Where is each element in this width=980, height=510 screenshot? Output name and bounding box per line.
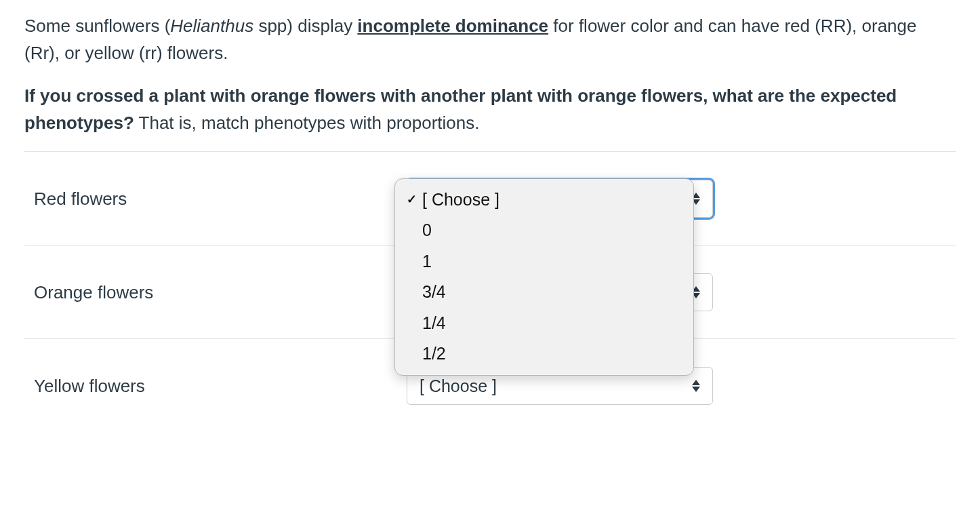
intro-underline-bold: incomplete dominance [357, 16, 548, 36]
question-block: Some sunflowers (Helianthus spp) display… [24, 12, 956, 136]
check-icon: ✓ [403, 191, 420, 209]
dropdown-option-1-4[interactable]: 1/4 [395, 308, 693, 339]
intro-italic: Helianthus [170, 16, 253, 36]
select-arrows-icon [692, 380, 700, 392]
select-value-yellow: [ Choose ] [420, 373, 497, 399]
match-label-red: Red flowers [24, 173, 404, 224]
dropdown-option-text: 3/4 [420, 279, 446, 305]
prompt-rest: That is, match phenotypes with proportio… [134, 113, 480, 133]
dropdown-option-3-4[interactable]: 3/4 [395, 277, 693, 308]
question-intro-paragraph: Some sunflowers (Helianthus spp) display… [24, 12, 956, 67]
question-prompt-paragraph: If you crossed a plant with orange flowe… [24, 82, 956, 137]
match-label-orange: Orange flowers [24, 267, 404, 318]
dropdown-option-text: 0 [420, 218, 432, 243]
select-cell-red: [ Choose ] ✓ [ Choose ] 0 1 [404, 163, 716, 234]
dropdown-option-text: 1/2 [420, 341, 446, 367]
match-label-yellow: Yellow flowers [24, 360, 404, 412]
dropdown-option-0[interactable]: 0 [395, 215, 693, 246]
dropdown-option-1-2[interactable]: 1/2 [395, 338, 693, 370]
dropdown-option-choose[interactable]: ✓ [ Choose ] [395, 184, 693, 216]
dropdown-option-1[interactable]: 1 [395, 246, 693, 277]
dropdown-option-text: 1/4 [420, 311, 446, 336]
intro-text-b: spp) display [253, 16, 357, 36]
matching-area: Red flowers [ Choose ] ✓ [ Choose ] 0 [24, 151, 956, 433]
dropdown-option-text: [ Choose ] [420, 187, 499, 213]
match-row-red: Red flowers [ Choose ] ✓ [ Choose ] 0 [24, 152, 956, 246]
dropdown-panel: ✓ [ Choose ] 0 1 3/4 1/4 [394, 178, 694, 376]
intro-text-a: Some sunflowers ( [24, 16, 170, 36]
dropdown-option-text: 1 [420, 249, 432, 275]
